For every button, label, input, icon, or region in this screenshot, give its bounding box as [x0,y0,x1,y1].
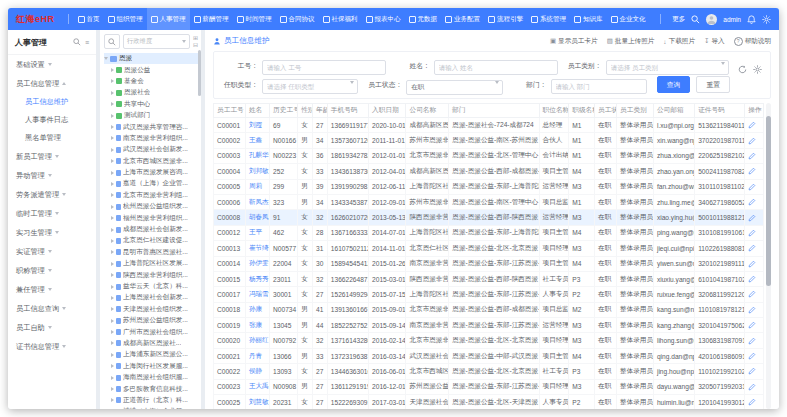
sidebar-item-员工信息查询[interactable]: 员工信息查询 [8,299,96,318]
edit-icon[interactable] [748,337,760,345]
tree-node[interactable]: 天津恩派社会组织发... [104,304,198,315]
tree-node[interactable]: 广州市恩派社会组织... [104,326,198,337]
tree-caret-icon[interactable] [111,262,114,266]
nav-item-首页[interactable]: 首页 [74,8,104,30]
tree-caret-icon[interactable] [111,171,114,175]
tree-caret-icon[interactable] [111,364,114,368]
edit-icon[interactable] [748,275,760,283]
table-row[interactable]: C00015杨秀秀23011女32136622648712015-03-01陕西… [214,271,764,286]
toolbar-employee-card[interactable]: ▣显示员工卡片 [550,37,598,46]
tree-node[interactable]: 正道善行（北京）科... [104,395,198,406]
tree-caret-icon[interactable] [111,193,114,197]
tree-caret-icon[interactable] [111,341,114,345]
employee-name-link[interactable]: 王大禹 [245,379,269,394]
table-row[interactable]: C00022侯静13093女27134463630162016-06-01北京市… [214,364,764,379]
sidebar-item-实证管理[interactable]: 实证管理 [8,242,96,261]
tree-caret-icon[interactable] [111,353,114,357]
employee-name-link[interactable]: 王鑫 [245,133,269,148]
employee-name-link[interactable]: 刘霞 [245,118,269,133]
tree-caret-icon[interactable] [111,296,114,300]
tree-caret-icon[interactable] [111,307,114,311]
tree-caret-icon[interactable] [111,68,114,72]
employee-name-link[interactable]: 周莉 [245,179,269,194]
table-row[interactable]: C00025刘慧敏20231女27152226930912017-03-01天津… [214,395,764,409]
tree-node[interactable]: 南京恩派非营利组织... [104,133,198,144]
select-任职类型[interactable] [262,79,358,94]
expand-all-icon[interactable]: ⊞ [193,35,198,41]
nav-item-流程引擎[interactable]: 流程引擎 [484,8,527,30]
tree-caret-icon[interactable] [111,159,114,163]
employee-name-link[interactable]: 王平 [245,225,269,240]
tree-caret-icon[interactable] [111,125,114,129]
nav-item-社保福利[interactable]: 社保福利 [319,8,362,30]
edit-icon[interactable] [748,167,760,175]
table-row[interactable]: C00014孙伊雯22004女30158945454122015-01-26南京… [214,256,764,271]
employee-name-link[interactable]: 冯瑞雪 [245,287,269,302]
tree-caret-icon[interactable] [111,91,114,95]
nav-item-时间管理[interactable]: 时间管理 [233,8,276,30]
username-label[interactable]: admin [723,16,741,23]
toolbar-download-photos[interactable]: ↓下载照片 [663,37,695,46]
tree-node[interactable]: 上海浦东新区恩派公... [104,349,198,360]
toolbar-help[interactable]: ?帮助说明 [734,37,771,46]
table-row[interactable]: C00005周莉299男39139199029812012-06-11上海普陀区… [214,179,764,194]
edit-icon[interactable] [748,383,760,391]
nav-item-系统管理[interactable]: 系统管理 [527,8,570,30]
tree-caret-icon[interactable] [111,398,114,402]
tree-node[interactable]: 基金会 [104,76,198,87]
tree-node[interactable]: 武汉恩派共享管理咨... [104,121,198,132]
sidebar-subitem-人事事件日志[interactable]: 人事事件日志 [8,111,96,129]
employee-name-link[interactable]: 孙伊雯 [245,256,269,271]
table-row[interactable]: C00019张康13045男44185225275212015-09-14南京恩… [214,318,764,333]
collapse-all-icon[interactable]: ⊟ [193,42,198,48]
gear-icon[interactable] [753,65,762,74]
tree-node[interactable]: 武汉恩派社会创新发... [104,144,198,155]
tree-node[interactable]: 北京市西城区恩派非... [104,156,198,167]
tree-caret-icon[interactable] [111,330,114,334]
tree-caret-icon[interactable] [111,228,114,232]
tree-node[interactable]: 福州恩派非营利组织... [104,212,198,223]
sidebar-item-职称管理[interactable]: 职称管理 [8,261,96,280]
select-员工状态[interactable] [406,80,502,95]
tree-node[interactable]: 共享中心 [104,99,198,110]
nav-item-合同协议[interactable]: 合同协议 [276,8,319,30]
tree-caret-icon[interactable] [111,239,114,243]
table-row[interactable]: C00006靳凤杰323男34134334538712012-09-01苏州市恩… [214,194,764,209]
tree-caret-icon[interactable] [111,250,114,254]
table-row[interactable]: C00018孙康N00734男41139136016672015-09-01北京… [214,302,764,317]
edit-icon[interactable] [748,229,760,237]
tree-caret-icon[interactable] [111,285,114,289]
tree-caret-icon[interactable] [111,205,114,209]
gear-icon[interactable] [762,15,771,24]
employee-name-link[interactable]: 刘慧敏 [245,395,269,409]
tree-caret-icon[interactable] [111,148,114,152]
search-icon[interactable] [691,15,700,24]
refresh-icon[interactable] [738,65,747,74]
sidebar-item-员工自助[interactable]: 员工自助 [8,318,96,337]
tree-node[interactable]: 上海市恩派发展咨询... [104,167,198,178]
tree-node[interactable]: 苏州恩派公益组织发... [104,315,198,326]
search-icon[interactable] [73,38,81,46]
tree-node[interactable]: 昆明市普惠区恩派社... [104,247,198,258]
nav-more[interactable]: 更多 [672,15,685,24]
tree-node[interactable]: 北京恩仁社区建设促... [104,235,198,246]
nav-item-薪酬管理[interactable]: 薪酬管理 [190,8,233,30]
input-工号[interactable] [262,60,386,75]
employee-name-link[interactable]: 胡春凤 [245,210,269,225]
tree-caret-icon[interactable] [111,216,114,220]
table-row[interactable]: C00002王鑫N00166男34135736071262011-11-01苏州… [214,133,764,148]
select-员工类别[interactable] [606,60,730,75]
edit-icon[interactable] [748,367,760,375]
table-row[interactable]: C00023王大禹N00908男27136112919192016-12-01苏… [214,379,764,394]
table-row[interactable]: C00004刘邦敏252女33134361387302012-04-01成都高新… [214,164,764,179]
edit-icon[interactable] [748,152,760,160]
tree-node[interactable]: 成都高新区恩派社... [104,338,198,349]
tree-node-root[interactable]: 恩派 [104,53,198,64]
nav-item-知识库[interactable]: 知识库 [570,8,607,30]
edit-icon[interactable] [748,306,760,314]
tree-node[interactable]: 多巴胺教育信息科技... [104,383,198,394]
employee-name-link[interactable]: 崔节绮 [245,241,269,256]
tree-caret-icon[interactable] [104,57,108,60]
tree-node[interactable]: 上海普陀区社区发展... [104,258,198,269]
tree-scrollbar[interactable] [198,50,201,96]
